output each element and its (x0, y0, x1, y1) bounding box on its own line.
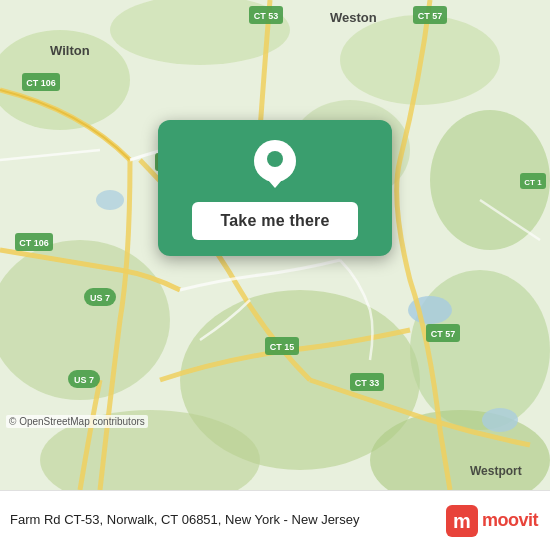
moovit-m-icon: m (446, 505, 478, 537)
svg-point-13 (96, 190, 124, 210)
svg-text:US 7: US 7 (74, 375, 94, 385)
svg-text:CT 57: CT 57 (418, 11, 443, 21)
svg-text:US 7: US 7 (90, 293, 110, 303)
location-pin-icon (252, 138, 298, 192)
svg-point-7 (410, 270, 550, 430)
osm-credit: © OpenStreetMap contributors (6, 415, 148, 428)
popup-card: Take me there (158, 120, 392, 256)
svg-text:CT 33: CT 33 (355, 378, 380, 388)
take-me-there-button[interactable]: Take me there (192, 202, 357, 240)
svg-text:CT 1: CT 1 (524, 178, 542, 187)
svg-text:CT 53: CT 53 (254, 11, 279, 21)
bottom-bar: Farm Rd CT-53, Norwalk, CT 06851, New Yo… (0, 490, 550, 550)
address-text: Farm Rd CT-53, Norwalk, CT 06851, New Yo… (10, 511, 446, 529)
moovit-logo: m moovit (446, 505, 538, 537)
svg-text:CT 106: CT 106 (19, 238, 49, 248)
svg-point-12 (482, 408, 518, 432)
svg-text:m: m (453, 510, 471, 532)
svg-text:CT 106: CT 106 (26, 78, 56, 88)
moovit-brand-name: moovit (482, 510, 538, 531)
svg-text:Weston: Weston (330, 10, 377, 25)
svg-text:Wilton: Wilton (50, 43, 90, 58)
svg-text:CT 15: CT 15 (270, 342, 295, 352)
map-container: CT 106 CT 106 CT 53 CT 57 CT 1 CT 57 CT … (0, 0, 550, 490)
svg-point-42 (267, 151, 283, 167)
svg-text:CT 57: CT 57 (431, 329, 456, 339)
svg-text:Westport: Westport (470, 464, 522, 478)
